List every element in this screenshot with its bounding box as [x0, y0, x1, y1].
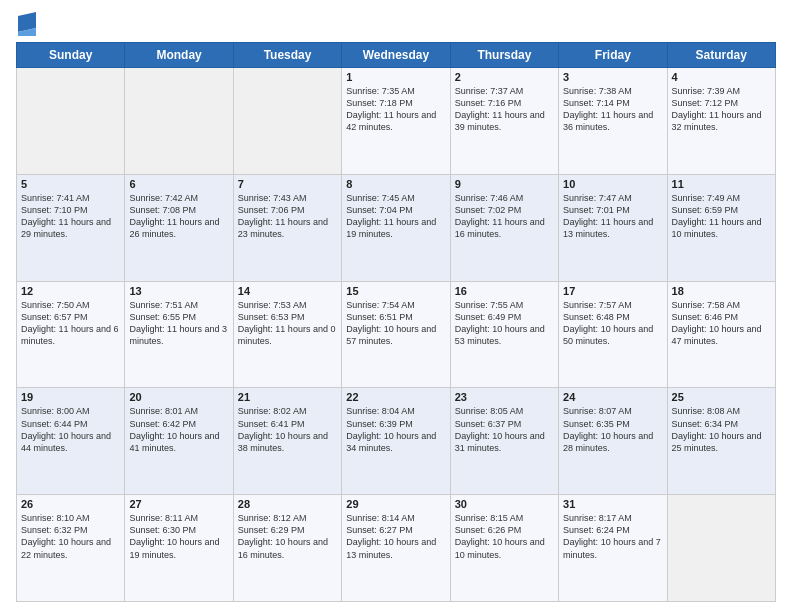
header — [16, 12, 776, 36]
day-cell: 30Sunrise: 8:15 AM Sunset: 6:26 PM Dayli… — [450, 495, 558, 602]
weekday-header-wednesday: Wednesday — [342, 43, 450, 68]
weekday-header-tuesday: Tuesday — [233, 43, 341, 68]
day-cell: 11Sunrise: 7:49 AM Sunset: 6:59 PM Dayli… — [667, 174, 775, 281]
day-info: Sunrise: 7:37 AM Sunset: 7:16 PM Dayligh… — [455, 85, 554, 134]
day-cell: 27Sunrise: 8:11 AM Sunset: 6:30 PM Dayli… — [125, 495, 233, 602]
week-row-2: 5Sunrise: 7:41 AM Sunset: 7:10 PM Daylig… — [17, 174, 776, 281]
logo — [16, 16, 36, 36]
day-info: Sunrise: 8:05 AM Sunset: 6:37 PM Dayligh… — [455, 405, 554, 454]
day-info: Sunrise: 7:55 AM Sunset: 6:49 PM Dayligh… — [455, 299, 554, 348]
day-cell — [233, 68, 341, 175]
day-cell: 25Sunrise: 8:08 AM Sunset: 6:34 PM Dayli… — [667, 388, 775, 495]
day-number: 25 — [672, 391, 771, 403]
day-info: Sunrise: 8:11 AM Sunset: 6:30 PM Dayligh… — [129, 512, 228, 561]
day-cell: 28Sunrise: 8:12 AM Sunset: 6:29 PM Dayli… — [233, 495, 341, 602]
day-number: 5 — [21, 178, 120, 190]
day-info: Sunrise: 7:49 AM Sunset: 6:59 PM Dayligh… — [672, 192, 771, 241]
day-number: 8 — [346, 178, 445, 190]
day-cell: 21Sunrise: 8:02 AM Sunset: 6:41 PM Dayli… — [233, 388, 341, 495]
day-cell: 6Sunrise: 7:42 AM Sunset: 7:08 PM Daylig… — [125, 174, 233, 281]
day-number: 6 — [129, 178, 228, 190]
day-number: 10 — [563, 178, 662, 190]
day-cell: 24Sunrise: 8:07 AM Sunset: 6:35 PM Dayli… — [559, 388, 667, 495]
day-number: 9 — [455, 178, 554, 190]
day-number: 15 — [346, 285, 445, 297]
day-cell — [125, 68, 233, 175]
day-number: 7 — [238, 178, 337, 190]
day-cell: 12Sunrise: 7:50 AM Sunset: 6:57 PM Dayli… — [17, 281, 125, 388]
day-info: Sunrise: 8:08 AM Sunset: 6:34 PM Dayligh… — [672, 405, 771, 454]
day-cell: 22Sunrise: 8:04 AM Sunset: 6:39 PM Dayli… — [342, 388, 450, 495]
day-number: 20 — [129, 391, 228, 403]
day-number: 27 — [129, 498, 228, 510]
day-info: Sunrise: 8:15 AM Sunset: 6:26 PM Dayligh… — [455, 512, 554, 561]
day-number: 30 — [455, 498, 554, 510]
weekday-header-thursday: Thursday — [450, 43, 558, 68]
day-info: Sunrise: 8:02 AM Sunset: 6:41 PM Dayligh… — [238, 405, 337, 454]
weekday-header-row: SundayMondayTuesdayWednesdayThursdayFrid… — [17, 43, 776, 68]
day-info: Sunrise: 8:12 AM Sunset: 6:29 PM Dayligh… — [238, 512, 337, 561]
day-cell: 9Sunrise: 7:46 AM Sunset: 7:02 PM Daylig… — [450, 174, 558, 281]
day-number: 4 — [672, 71, 771, 83]
day-cell: 14Sunrise: 7:53 AM Sunset: 6:53 PM Dayli… — [233, 281, 341, 388]
day-cell: 8Sunrise: 7:45 AM Sunset: 7:04 PM Daylig… — [342, 174, 450, 281]
day-cell: 10Sunrise: 7:47 AM Sunset: 7:01 PM Dayli… — [559, 174, 667, 281]
day-number: 23 — [455, 391, 554, 403]
weekday-header-monday: Monday — [125, 43, 233, 68]
day-number: 26 — [21, 498, 120, 510]
day-number: 11 — [672, 178, 771, 190]
day-number: 16 — [455, 285, 554, 297]
day-cell — [667, 495, 775, 602]
day-cell: 17Sunrise: 7:57 AM Sunset: 6:48 PM Dayli… — [559, 281, 667, 388]
day-info: Sunrise: 7:57 AM Sunset: 6:48 PM Dayligh… — [563, 299, 662, 348]
day-number: 1 — [346, 71, 445, 83]
week-row-3: 12Sunrise: 7:50 AM Sunset: 6:57 PM Dayli… — [17, 281, 776, 388]
week-row-4: 19Sunrise: 8:00 AM Sunset: 6:44 PM Dayli… — [17, 388, 776, 495]
day-number: 22 — [346, 391, 445, 403]
day-info: Sunrise: 8:17 AM Sunset: 6:24 PM Dayligh… — [563, 512, 662, 561]
day-info: Sunrise: 8:10 AM Sunset: 6:32 PM Dayligh… — [21, 512, 120, 561]
day-number: 2 — [455, 71, 554, 83]
day-cell: 19Sunrise: 8:00 AM Sunset: 6:44 PM Dayli… — [17, 388, 125, 495]
day-cell: 20Sunrise: 8:01 AM Sunset: 6:42 PM Dayli… — [125, 388, 233, 495]
day-cell: 3Sunrise: 7:38 AM Sunset: 7:14 PM Daylig… — [559, 68, 667, 175]
logo-icon — [18, 12, 36, 36]
day-info: Sunrise: 8:01 AM Sunset: 6:42 PM Dayligh… — [129, 405, 228, 454]
day-info: Sunrise: 7:39 AM Sunset: 7:12 PM Dayligh… — [672, 85, 771, 134]
week-row-5: 26Sunrise: 8:10 AM Sunset: 6:32 PM Dayli… — [17, 495, 776, 602]
day-info: Sunrise: 7:51 AM Sunset: 6:55 PM Dayligh… — [129, 299, 228, 348]
page: SundayMondayTuesdayWednesdayThursdayFrid… — [0, 0, 792, 612]
week-row-1: 1Sunrise: 7:35 AM Sunset: 7:18 PM Daylig… — [17, 68, 776, 175]
day-cell: 4Sunrise: 7:39 AM Sunset: 7:12 PM Daylig… — [667, 68, 775, 175]
day-info: Sunrise: 7:45 AM Sunset: 7:04 PM Dayligh… — [346, 192, 445, 241]
day-info: Sunrise: 7:54 AM Sunset: 6:51 PM Dayligh… — [346, 299, 445, 348]
day-number: 21 — [238, 391, 337, 403]
day-info: Sunrise: 8:07 AM Sunset: 6:35 PM Dayligh… — [563, 405, 662, 454]
day-cell: 13Sunrise: 7:51 AM Sunset: 6:55 PM Dayli… — [125, 281, 233, 388]
day-number: 13 — [129, 285, 228, 297]
day-cell — [17, 68, 125, 175]
day-info: Sunrise: 7:41 AM Sunset: 7:10 PM Dayligh… — [21, 192, 120, 241]
weekday-header-saturday: Saturday — [667, 43, 775, 68]
calendar-table: SundayMondayTuesdayWednesdayThursdayFrid… — [16, 42, 776, 602]
weekday-header-sunday: Sunday — [17, 43, 125, 68]
day-cell: 31Sunrise: 8:17 AM Sunset: 6:24 PM Dayli… — [559, 495, 667, 602]
day-number: 24 — [563, 391, 662, 403]
day-cell: 15Sunrise: 7:54 AM Sunset: 6:51 PM Dayli… — [342, 281, 450, 388]
day-cell: 18Sunrise: 7:58 AM Sunset: 6:46 PM Dayli… — [667, 281, 775, 388]
day-number: 18 — [672, 285, 771, 297]
day-number: 3 — [563, 71, 662, 83]
weekday-header-friday: Friday — [559, 43, 667, 68]
day-info: Sunrise: 7:43 AM Sunset: 7:06 PM Dayligh… — [238, 192, 337, 241]
day-info: Sunrise: 7:46 AM Sunset: 7:02 PM Dayligh… — [455, 192, 554, 241]
day-info: Sunrise: 7:58 AM Sunset: 6:46 PM Dayligh… — [672, 299, 771, 348]
day-number: 29 — [346, 498, 445, 510]
day-cell: 1Sunrise: 7:35 AM Sunset: 7:18 PM Daylig… — [342, 68, 450, 175]
day-info: Sunrise: 7:42 AM Sunset: 7:08 PM Dayligh… — [129, 192, 228, 241]
day-info: Sunrise: 7:50 AM Sunset: 6:57 PM Dayligh… — [21, 299, 120, 348]
day-cell: 16Sunrise: 7:55 AM Sunset: 6:49 PM Dayli… — [450, 281, 558, 388]
day-number: 19 — [21, 391, 120, 403]
day-cell: 23Sunrise: 8:05 AM Sunset: 6:37 PM Dayli… — [450, 388, 558, 495]
day-info: Sunrise: 8:00 AM Sunset: 6:44 PM Dayligh… — [21, 405, 120, 454]
day-cell: 5Sunrise: 7:41 AM Sunset: 7:10 PM Daylig… — [17, 174, 125, 281]
